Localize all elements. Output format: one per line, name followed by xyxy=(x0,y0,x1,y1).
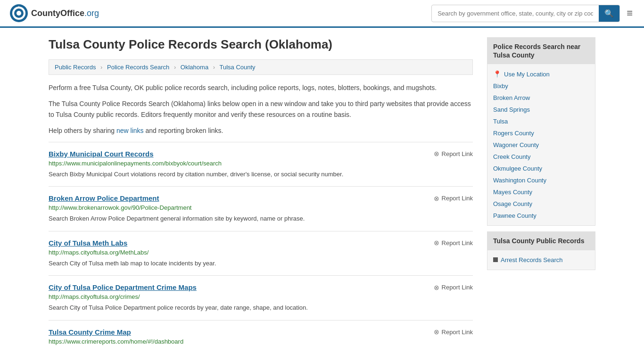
result-desc-0: Search Bixby Municipal Court violations … xyxy=(49,170,473,179)
report-link-2[interactable]: ⊗ Report Link xyxy=(434,239,473,247)
result-desc-3: Search City of Tulsa Police Department p… xyxy=(49,303,473,313)
result-item: City of Tulsa Meth Labs ⊗ Report Link ht… xyxy=(49,231,473,276)
search-input[interactable] xyxy=(432,6,599,21)
result-title-3[interactable]: City of Tulsa Police Department Crime Ma… xyxy=(49,283,197,291)
result-item: Broken Arrow Police Department ⊗ Report … xyxy=(49,186,473,231)
sidebar-nearby-link-8[interactable]: Okmulgee County xyxy=(487,163,595,174)
sidebar-nearby-link-0[interactable]: 📍Use My Location xyxy=(487,68,595,80)
result-url-4[interactable]: https://www.crimereports.com/home/#!/das… xyxy=(49,338,473,345)
content-area: Tulsa County Police Records Search (Okla… xyxy=(49,37,473,355)
header: CountyOffice.org 🔍 ≡ xyxy=(0,0,644,28)
location-icon: 📍 xyxy=(493,70,501,78)
description-3: Help others by sharing new links and rep… xyxy=(49,125,473,136)
result-title-0[interactable]: Bixby Municipal Court Records xyxy=(49,150,154,158)
result-title-2[interactable]: City of Tulsa Meth Labs xyxy=(49,239,127,247)
results-container: Bixby Municipal Court Records ⊗ Report L… xyxy=(49,142,473,355)
description-3-prefix: Help others by sharing xyxy=(49,127,116,134)
breadcrumb-police-records-search[interactable]: Police Records Search xyxy=(107,64,169,71)
report-link-0[interactable]: ⊗ Report Link xyxy=(434,150,473,157)
sidebar-public-records-title: Tulsa County Public Records xyxy=(487,232,595,250)
result-header: City of Tulsa Police Department Crime Ma… xyxy=(49,283,473,291)
new-links-link[interactable]: new links xyxy=(116,127,144,134)
sidebar: Police Records Search near Tulsa County … xyxy=(487,37,595,355)
breadcrumb-sep-2: › xyxy=(174,64,176,71)
report-icon-4: ⊗ xyxy=(434,328,439,336)
sidebar-nearby-link-6[interactable]: Wagoner County xyxy=(487,139,595,151)
description-3-suffix: and reporting broken links. xyxy=(144,127,223,134)
result-item: City of Tulsa Police Department Crime Ma… xyxy=(49,275,473,320)
header-right: 🔍 ≡ xyxy=(431,5,635,22)
sidebar-public-records-section: Tulsa County Public Records Arrest Recor… xyxy=(487,231,595,270)
report-link-1[interactable]: ⊗ Report Link xyxy=(434,195,473,202)
result-url-3[interactable]: http://maps.cityoftulsa.org/crimes/ xyxy=(49,293,473,300)
result-item: Tulsa County Crime Map ⊗ Report Link htt… xyxy=(49,320,473,355)
result-item: Bixby Municipal Court Records ⊗ Report L… xyxy=(49,142,473,187)
breadcrumb-sep-1: › xyxy=(100,64,102,71)
result-header: Tulsa County Crime Map ⊗ Report Link xyxy=(49,328,473,336)
report-icon-3: ⊗ xyxy=(434,284,439,291)
sidebar-nearby-link-4[interactable]: Tulsa xyxy=(487,115,595,127)
sidebar-nearby-link-11[interactable]: Osage County xyxy=(487,198,595,210)
result-desc-1: Search Broken Arrow Police Department ge… xyxy=(49,214,473,223)
sidebar-nearby-link-12[interactable]: Pawnee County xyxy=(487,210,595,222)
result-url-2[interactable]: http://maps.cityoftulsa.org/MethLabs/ xyxy=(49,249,473,256)
sidebar-nearby-title: Police Records Search near Tulsa County xyxy=(487,38,595,64)
sidebar-nearby-link-5[interactable]: Rogers County xyxy=(487,127,595,139)
result-header: Bixby Municipal Court Records ⊗ Report L… xyxy=(49,150,473,158)
sidebar-nearby-section: Police Records Search near Tulsa County … xyxy=(487,37,595,226)
sidebar-public-records-links: Arrest Records Search xyxy=(487,250,595,270)
logo-area: CountyOffice.org xyxy=(9,4,99,23)
hamburger-menu-icon[interactable]: ≡ xyxy=(625,5,635,21)
sidebar-nearby-link-9[interactable]: Washington County xyxy=(487,174,595,186)
result-url-1[interactable]: http://www.brokenarrowok.gov/90/Police-D… xyxy=(49,204,473,211)
breadcrumb-public-records[interactable]: Public Records xyxy=(55,64,96,71)
report-icon-2: ⊗ xyxy=(434,239,439,247)
result-header: Broken Arrow Police Department ⊗ Report … xyxy=(49,194,473,202)
svg-point-3 xyxy=(17,11,21,16)
sidebar-nearby-link-1[interactable]: Bixby xyxy=(487,80,595,92)
sidebar-nearby-links: 📍Use My LocationBixbyBroken ArrowSand Sp… xyxy=(487,64,595,225)
sidebar-nearby-link-3[interactable]: Sand Springs xyxy=(487,104,595,115)
result-url-0[interactable]: https://www.municipalonlinepayments.com/… xyxy=(49,160,473,167)
search-bar: 🔍 xyxy=(431,5,620,22)
main-container: Tulsa County Police Records Search (Okla… xyxy=(39,28,605,362)
sidebar-nearby-link-2[interactable]: Broken Arrow xyxy=(487,92,595,104)
sidebar-pr-link-0[interactable]: Arrest Records Search xyxy=(487,254,595,266)
logo-icon xyxy=(9,4,28,23)
report-icon-0: ⊗ xyxy=(434,150,439,157)
logo-text: CountyOffice.org xyxy=(31,8,99,18)
report-icon-1: ⊗ xyxy=(434,195,439,202)
report-link-3[interactable]: ⊗ Report Link xyxy=(434,284,473,291)
page-title: Tulsa County Police Records Search (Okla… xyxy=(49,37,473,52)
result-desc-2: Search City of Tulsa meth lab map to loc… xyxy=(49,259,473,268)
description-1: Perform a free Tulsa County, OK public p… xyxy=(49,82,473,93)
search-button[interactable]: 🔍 xyxy=(599,5,619,22)
description-2: The Tulsa County Police Records Search (… xyxy=(49,99,473,120)
breadcrumb-tulsa-county[interactable]: Tulsa County xyxy=(219,64,255,71)
sidebar-nearby-link-7[interactable]: Creek County xyxy=(487,151,595,163)
square-icon xyxy=(493,257,498,262)
result-title-4[interactable]: Tulsa County Crime Map xyxy=(49,328,131,336)
breadcrumb-sep-3: › xyxy=(213,64,215,71)
breadcrumb-oklahoma[interactable]: Oklahoma xyxy=(181,64,208,71)
report-link-4[interactable]: ⊗ Report Link xyxy=(434,328,473,336)
sidebar-nearby-link-10[interactable]: Mayes County xyxy=(487,186,595,198)
result-title-1[interactable]: Broken Arrow Police Department xyxy=(49,194,159,202)
result-header: City of Tulsa Meth Labs ⊗ Report Link xyxy=(49,239,473,247)
breadcrumb: Public Records › Police Records Search ›… xyxy=(49,59,473,75)
